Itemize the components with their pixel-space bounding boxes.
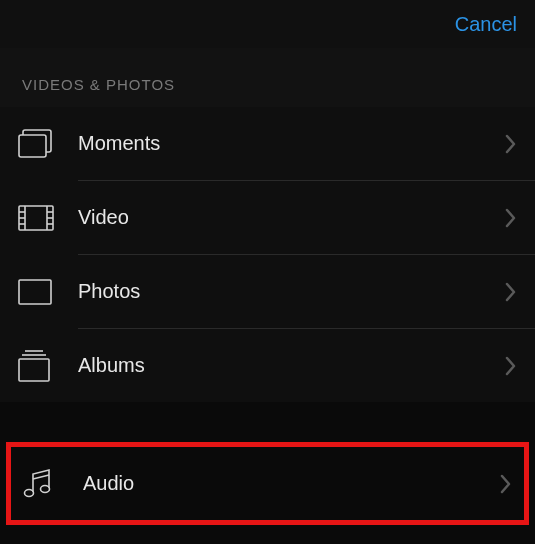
- list-item-label: Albums: [78, 354, 505, 377]
- list-item-moments[interactable]: Moments: [0, 107, 535, 180]
- chevron-right-icon: [505, 282, 517, 302]
- list-item-albums[interactable]: Albums: [0, 329, 535, 402]
- chevron-right-icon: [500, 474, 512, 494]
- section-header-videos-photos: VIDEOS & PHOTOS: [0, 48, 535, 107]
- list-item-label: Audio: [83, 472, 500, 495]
- section-gap: [0, 402, 535, 442]
- svg-point-14: [25, 489, 34, 496]
- svg-rect-11: [19, 359, 49, 381]
- svg-line-16: [33, 475, 49, 479]
- svg-point-15: [41, 485, 50, 492]
- cancel-button[interactable]: Cancel: [455, 13, 517, 36]
- media-sources-list: Moments Video: [0, 107, 535, 402]
- list-item-video[interactable]: Video: [0, 181, 535, 254]
- svg-rect-0: [19, 135, 46, 157]
- list-item-label: Video: [78, 206, 505, 229]
- list-item-photos[interactable]: Photos: [0, 255, 535, 328]
- highlight-box: Audio: [6, 442, 529, 525]
- list-item-label: Photos: [78, 280, 505, 303]
- list-item-audio[interactable]: Audio: [11, 447, 524, 520]
- audio-icon: [23, 468, 83, 500]
- albums-icon: [18, 350, 78, 382]
- video-icon: [18, 205, 78, 231]
- moments-icon: [18, 128, 78, 160]
- header-bar: Cancel: [0, 0, 535, 48]
- svg-rect-10: [19, 280, 51, 304]
- list-item-label: Moments: [78, 132, 505, 155]
- chevron-right-icon: [505, 208, 517, 228]
- chevron-right-icon: [505, 356, 517, 376]
- photos-icon: [18, 279, 78, 305]
- chevron-right-icon: [505, 134, 517, 154]
